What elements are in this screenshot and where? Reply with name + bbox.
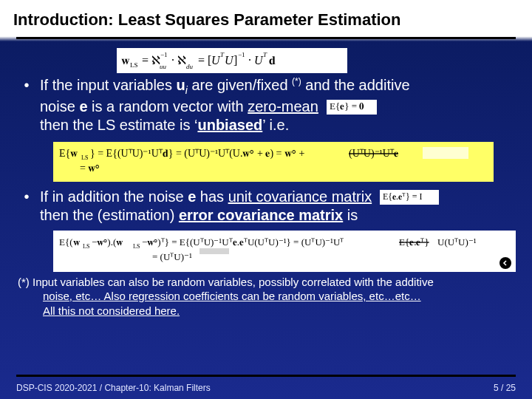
footer: DSP-CIS 2020-2021 / Chapter-10: Kalman F… (16, 383, 516, 393)
text: If the input variables (40, 77, 177, 93)
text: are given/fixed (188, 77, 292, 93)
bullet-1-body: If the input variables ui are given/fixe… (40, 76, 511, 134)
svg-text:𝐰: 𝐰 (121, 54, 130, 66)
svg-text:= ℵ: = ℵ (142, 54, 160, 66)
text: If in addition the noise (40, 188, 188, 205)
title-bar: Introduction: Least Squares Parameter Es… (0, 0, 532, 41)
footnote-line-2: noise, etc… Also regression coefficients… (43, 289, 514, 304)
svg-text:E{𝐰: E{𝐰 (59, 148, 78, 159)
svg-text:LS: LS (81, 154, 88, 161)
svg-text:uu: uu (160, 63, 167, 70)
text-zero-mean: zero-mean (248, 98, 318, 115)
footnote-marker: (*) (292, 76, 301, 86)
svg-text:} = E{(UᵀU)⁻¹Uᵀ𝐝} = (UᵀU)⁻¹Uᵀ: } = E{(UᵀU)⁻¹Uᵀ𝐝} = (UᵀU)⁻¹Uᵀ(U.𝐰ᵒ + 𝐞) … (90, 148, 304, 160)
svg-text:]: ] (233, 54, 237, 66)
text: noise (40, 98, 79, 115)
bullet-marker: • (21, 76, 33, 134)
text: then the LS estimate is ‘ (40, 117, 197, 133)
svg-text:LS: LS (133, 243, 140, 250)
text-error-cov: error covariance matrix (179, 207, 343, 223)
svg-text:−1: −1 (238, 51, 245, 58)
equation-error-covariance: E{(𝐰 LS −𝐰ᵒ).(𝐰 LS −𝐰ᵒ)ᵀ} = E{(UᵀU)⁻¹Uᵀ𝐞… (53, 231, 516, 272)
bullet-marker: • (21, 188, 33, 225)
svg-text:−𝐰ᵒ)ᵀ} = E{(UᵀU)⁻¹Uᵀ𝐞.𝐞ᵀU(U: −𝐰ᵒ)ᵀ} = E{(UᵀU)⁻¹Uᵀ𝐞.𝐞ᵀU(UᵀU)⁻¹} = (UᵀU… (142, 236, 344, 248)
svg-text:(UᵀU)⁻¹Uᵀ𝐞: (UᵀU)⁻¹Uᵀ𝐞 (349, 148, 398, 160)
svg-text:−1: −1 (160, 51, 168, 58)
text: is (343, 207, 358, 223)
footer-left: DSP-CIS 2020-2021 / Chapter-10: Kalman F… (16, 383, 211, 393)
footnote-line-3: All this not considered here. (43, 304, 514, 318)
svg-text:du: du (186, 63, 194, 70)
bullet-2: • If in addition the noise e has unit co… (21, 188, 511, 225)
text-unit-cov: unit covariance matrix (228, 188, 372, 205)
bullet-2-body: If in addition the noise e has unit cova… (40, 188, 511, 225)
footnote-line-1: (*) Input variables can also be random v… (18, 275, 514, 290)
equation-wls-definition: 𝐰 LS = ℵ −1 uu · ℵ du = [ U T U ] −1 · U… (117, 48, 347, 73)
svg-text:E{(𝐰: E{(𝐰 (59, 236, 81, 248)
svg-text:= 𝐰ᵒ: = 𝐰ᵒ (80, 163, 100, 174)
svg-text:T: T (263, 51, 267, 58)
svg-text:E{𝐞.𝐞ᵀ}: E{𝐞.𝐞ᵀ} (399, 236, 429, 248)
var-e: e (79, 98, 87, 115)
svg-text:LS: LS (83, 243, 89, 250)
equation-zero-mean: E{𝐞} = 𝟎 (327, 100, 377, 115)
back-icon[interactable] (499, 257, 511, 269)
bullet-1: • If the input variables ui are given/fi… (21, 76, 511, 134)
footer-rule (16, 375, 516, 377)
svg-rect-22 (423, 147, 468, 159)
svg-text:= [: = [ (198, 54, 211, 66)
text-unbiased: unbiased (197, 117, 262, 133)
text: has (196, 188, 228, 205)
title-rule (16, 37, 516, 39)
svg-text:= (UᵀU)⁻¹: = (UᵀU)⁻¹ (152, 251, 192, 262)
var-u: u (177, 77, 185, 93)
page-title: Introduction: Least Squares Parameter Es… (0, 0, 532, 37)
content: 𝐰 LS = ℵ −1 uu · ℵ du = [ U T U ] −1 · U… (0, 44, 532, 273)
svg-text:LS: LS (130, 61, 138, 69)
equation-unbiased: E{𝐰 LS } = E{(UᵀU)⁻¹Uᵀ𝐝} = (UᵀU)⁻¹Uᵀ(U.𝐰… (53, 142, 494, 182)
svg-text:E{𝐞.𝐞ᵀ} = I: E{𝐞.𝐞ᵀ} = I (383, 191, 423, 202)
text: then the (estimation) (40, 207, 179, 223)
text: ’ i.e. (262, 117, 289, 133)
svg-text:𝐝: 𝐝 (269, 54, 276, 66)
equation-identity-cov: E{𝐞.𝐞ᵀ} = I (380, 190, 439, 205)
footer-page: 5 / 25 (494, 383, 516, 393)
svg-text:·: · (248, 54, 251, 66)
text: and the additive (301, 77, 410, 93)
svg-text:E{𝐞} = 𝟎: E{𝐞} = 𝟎 (330, 100, 364, 112)
var-e: e (188, 188, 196, 205)
svg-text:−𝐰ᵒ).(𝐰: −𝐰ᵒ).(𝐰 (92, 236, 123, 248)
text: is a random vector with (88, 98, 248, 115)
svg-text:· ℵ: · ℵ (171, 54, 186, 66)
svg-text:U(UᵀU)⁻¹: U(UᵀU)⁻¹ (437, 236, 477, 248)
